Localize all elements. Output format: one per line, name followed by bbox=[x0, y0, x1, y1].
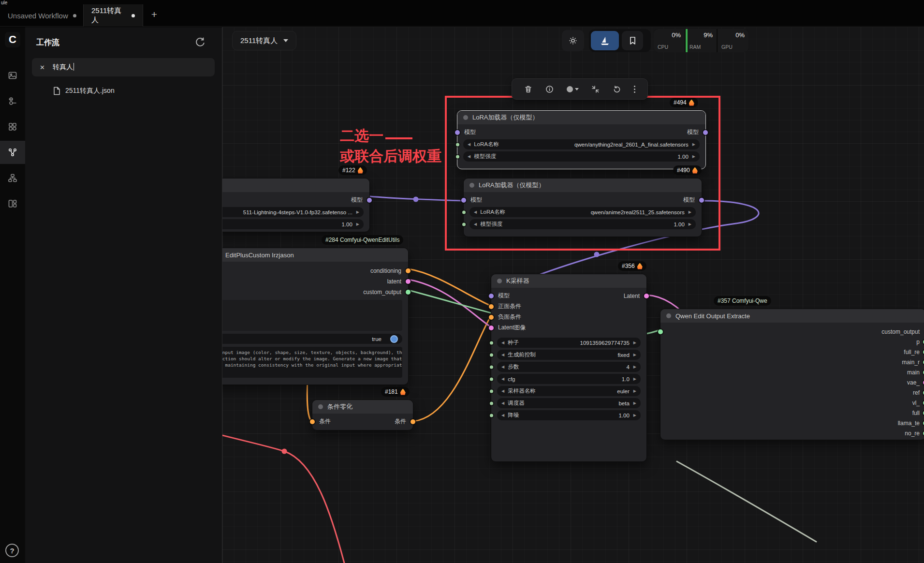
output-slot-model[interactable] bbox=[367, 198, 372, 203]
collapse-dot-icon[interactable] bbox=[497, 279, 502, 283]
slot-label: Latent图像 bbox=[498, 324, 526, 332]
widget-row[interactable]: ◀步数4▶ bbox=[497, 362, 641, 372]
input-slot-model[interactable] bbox=[489, 294, 494, 298]
node-header[interactable]: 条件零化 bbox=[312, 400, 413, 414]
input-slot-positive[interactable] bbox=[489, 304, 494, 309]
output-slot-conditioning[interactable] bbox=[411, 419, 415, 424]
prev-arrow-icon[interactable]: ◀ bbox=[501, 389, 504, 393]
next-arrow-icon[interactable]: ▶ bbox=[633, 377, 636, 381]
slot-label: 条件 bbox=[319, 417, 331, 426]
collapse-node-icon[interactable] bbox=[591, 85, 600, 93]
refresh-icon[interactable] bbox=[195, 37, 206, 48]
tab-modified-dot bbox=[73, 14, 76, 17]
node-library-icon[interactable] bbox=[0, 89, 25, 113]
delete-node-icon[interactable] bbox=[524, 85, 532, 93]
help-button[interactable]: ? bbox=[5, 544, 19, 557]
new-tab-button[interactable]: + bbox=[147, 7, 162, 22]
clear-search-icon[interactable]: ✕ bbox=[40, 64, 45, 71]
input-slot-latent-image[interactable] bbox=[489, 326, 494, 330]
prev-arrow-icon[interactable]: ◀ bbox=[501, 353, 504, 357]
prev-arrow-icon[interactable]: ◀ bbox=[501, 377, 504, 381]
next-arrow-icon[interactable]: ▶ bbox=[633, 401, 636, 405]
node-checkpoint-loader[interactable]: 模型 511-Lightning-4steps-V1.0-fp32.safete… bbox=[222, 178, 370, 232]
workflow-selector-dropdown[interactable]: 2511转真人 bbox=[232, 31, 296, 50]
node-header[interactable]: EditPlusCustom Irzjason bbox=[222, 248, 408, 262]
info-icon[interactable] bbox=[545, 85, 554, 93]
widget-socket-dot[interactable] bbox=[490, 365, 493, 369]
node-ksampler[interactable]: K采样器 模型Latent 正面条件 负面条件 Latent图像 ◀种子1091… bbox=[491, 274, 647, 462]
widget-row[interactable]: 511-Lightning-4steps-V1.0-fp32.safetenso… bbox=[222, 207, 364, 217]
bookmark-button[interactable] bbox=[622, 31, 643, 50]
prev-arrow-icon[interactable]: ◀ bbox=[501, 413, 504, 417]
next-arrow-icon[interactable]: ▶ bbox=[633, 353, 636, 357]
input-slot-custom-output[interactable] bbox=[658, 329, 663, 334]
node-conditioning-zero-out[interactable]: 条件零化 条件条件 bbox=[312, 400, 413, 430]
comfy-logo-button[interactable] bbox=[591, 31, 619, 50]
hierarchy-icon[interactable] bbox=[0, 166, 25, 190]
node-text-encode-qwen[interactable]: EditPlusCustom Irzjason conditioning lat… bbox=[222, 248, 409, 385]
widget-socket-dot[interactable] bbox=[490, 401, 493, 405]
next-arrow-icon[interactable]: ▶ bbox=[633, 389, 636, 393]
output-slot-latent[interactable] bbox=[406, 279, 411, 284]
widget-socket-dot[interactable] bbox=[490, 414, 493, 417]
workflow-search-input[interactable]: ✕ 转真人 bbox=[32, 58, 215, 76]
tab-modified-dot bbox=[132, 14, 135, 17]
widget-row[interactable]: ◀降噪1.00▶ bbox=[497, 410, 641, 420]
widget-socket-dot[interactable] bbox=[490, 353, 493, 356]
output-slot-custom-output[interactable] bbox=[406, 290, 411, 295]
widget-row[interactable]: ◀种子1091359629774735▶ bbox=[497, 338, 641, 348]
reroute-dot-purple-1[interactable] bbox=[413, 197, 419, 202]
workflow-file-item[interactable]: 2511转真人.json bbox=[32, 83, 215, 99]
next-arrow-icon[interactable]: ▶ bbox=[633, 365, 636, 369]
wire-conditioning-negative[interactable] bbox=[413, 316, 491, 421]
workflows-icon[interactable] bbox=[0, 141, 25, 164]
next-arrow-icon[interactable]: ▶ bbox=[356, 210, 359, 214]
widget-socket-dot[interactable] bbox=[490, 377, 493, 381]
next-arrow-icon[interactable]: ▶ bbox=[356, 222, 359, 226]
wire-pale[interactable] bbox=[677, 461, 816, 542]
tab-label: 2511转真人 bbox=[91, 6, 127, 25]
node-color-picker[interactable] bbox=[567, 86, 579, 92]
input-slot-negative[interactable] bbox=[489, 315, 494, 320]
next-arrow-icon[interactable]: ▶ bbox=[633, 341, 636, 345]
boolean-toggle[interactable] bbox=[390, 335, 398, 343]
prev-arrow-icon[interactable]: ◀ bbox=[501, 341, 504, 345]
model-library-icon[interactable] bbox=[0, 115, 25, 138]
widget-row[interactable]: true bbox=[222, 334, 402, 344]
tab-unsaved-workflow[interactable]: Unsaved Workflow bbox=[0, 4, 84, 27]
settings-button[interactable] bbox=[562, 30, 584, 51]
templates-icon[interactable] bbox=[0, 192, 25, 215]
reroute-dot-purple-2[interactable] bbox=[594, 252, 600, 257]
output-slot-latent[interactable] bbox=[644, 294, 649, 298]
next-arrow-icon[interactable]: ▶ bbox=[633, 413, 636, 417]
node-header[interactable]: K采样器 bbox=[491, 274, 646, 288]
widget-row[interactable]: 1.00▶ bbox=[222, 219, 364, 229]
output-slot-conditioning[interactable] bbox=[406, 268, 411, 273]
input-slot-conditioning[interactable] bbox=[310, 419, 315, 424]
tab-active-workflow[interactable]: 2511转真人 bbox=[83, 4, 143, 27]
collapse-dot-icon[interactable] bbox=[318, 404, 323, 409]
node-graph-canvas[interactable]: 模型 511-Lightning-4steps-V1.0-fp32.safete… bbox=[222, 27, 924, 563]
widget-row[interactable]: ◀生成前控制fixed▶ bbox=[497, 350, 641, 360]
prev-arrow-icon[interactable]: ◀ bbox=[501, 401, 504, 405]
wire-latent[interactable] bbox=[409, 280, 491, 327]
queue-media-icon[interactable] bbox=[0, 64, 25, 87]
more-options-icon[interactable] bbox=[634, 86, 635, 93]
widget-socket-dot[interactable] bbox=[490, 341, 493, 344]
widget-row[interactable]: ◀调度器beta▶ bbox=[497, 398, 641, 408]
node-header[interactable]: Qwen Edit Output Extracte bbox=[660, 309, 924, 323]
widget-socket-dot[interactable] bbox=[490, 389, 493, 393]
widget-row[interactable]: ◀cfg1.0▶ bbox=[497, 374, 641, 384]
node-qwen-edit-output-extractor[interactable]: Qwen Edit Output Extracte custom_output … bbox=[660, 309, 924, 440]
widget-value: 4 bbox=[626, 364, 629, 370]
wire-conditioning-positive[interactable] bbox=[409, 269, 491, 306]
color-swatch-icon bbox=[567, 86, 573, 92]
prev-arrow-icon[interactable]: ◀ bbox=[501, 365, 504, 369]
prompt-textarea[interactable]: input image (color, shape, size, texture… bbox=[222, 347, 402, 378]
reroute-dot-red[interactable] bbox=[282, 449, 287, 454]
widget-row[interactable]: ◀采样器名称euler▶ bbox=[497, 386, 641, 396]
rerun-icon[interactable] bbox=[613, 85, 621, 93]
app-logo[interactable]: C bbox=[5, 32, 20, 47]
node-header[interactable] bbox=[222, 178, 369, 192]
collapse-dot-icon[interactable] bbox=[666, 313, 671, 318]
